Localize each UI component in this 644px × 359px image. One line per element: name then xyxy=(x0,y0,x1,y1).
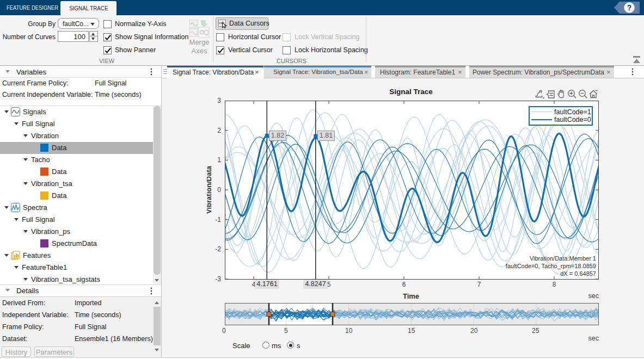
svg-text:?: ? xyxy=(627,3,632,12)
svg-text:Vibration/Data: Vibration/Data xyxy=(207,165,213,214)
